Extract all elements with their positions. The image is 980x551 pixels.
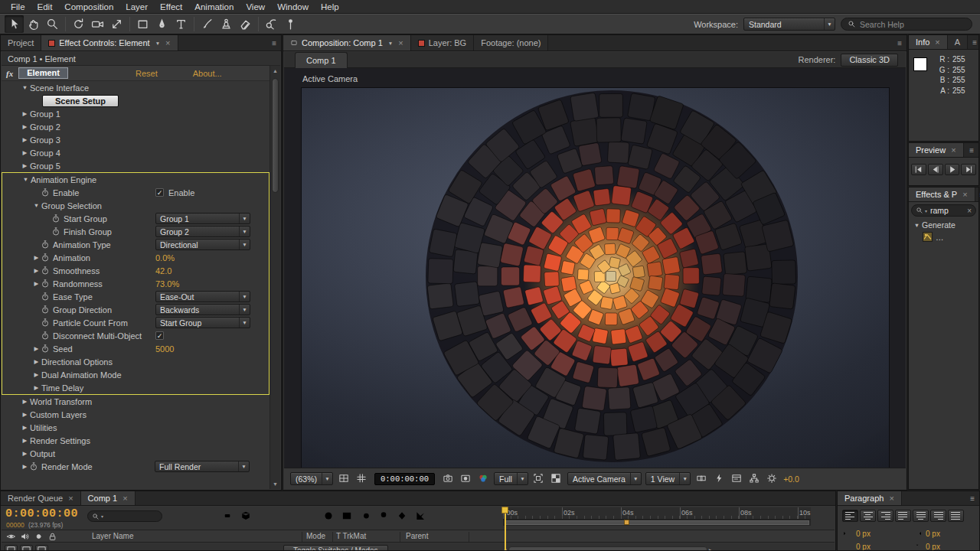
property-row[interactable]: ▶Randomness73.0%: [2, 277, 269, 290]
auto-keyframe-icon[interactable]: [397, 510, 409, 523]
clone-stamp-tool-icon[interactable]: [217, 15, 236, 33]
current-time-indicator[interactable]: [501, 507, 509, 550]
property-row[interactable]: ▶Directional Options: [2, 355, 269, 368]
twirl-closed-icon[interactable]: ▶: [31, 254, 41, 261]
twirl-closed-icon[interactable]: ▶: [20, 463, 30, 470]
property-row[interactable]: ▶Render ModeFull Render▼: [2, 460, 270, 473]
stopwatch-icon[interactable]: [41, 240, 53, 249]
tab-audio[interactable]: A: [948, 35, 968, 49]
effect-list-item[interactable]: …: [909, 231, 978, 243]
tab-render-queue[interactable]: Render Queue ×: [1, 491, 81, 505]
tab-layer[interactable]: Layer: BG: [411, 35, 475, 51]
twirl-closed-icon[interactable]: ▶: [31, 267, 41, 274]
lock-icon[interactable]: [47, 531, 58, 542]
pixel-aspect-icon[interactable]: [694, 472, 708, 486]
property-row[interactable]: ▶Smoothness42.0: [2, 264, 269, 277]
work-area-bar[interactable]: [503, 520, 811, 526]
transparency-grid-icon[interactable]: [550, 472, 564, 486]
tab-info[interactable]: Info ×: [909, 35, 948, 49]
property-row[interactable]: ▶Time Delay: [2, 381, 269, 394]
tab-project[interactable]: Project: [1, 35, 41, 51]
stopwatch-icon[interactable]: [52, 227, 64, 236]
toggle-switches-modes-button[interactable]: Toggle Switches / Modes: [283, 545, 388, 551]
frame-blend-icon[interactable]: [341, 510, 354, 523]
property-row[interactable]: ▶Dual Animation Mode: [2, 368, 269, 381]
close-icon[interactable]: ×: [951, 145, 956, 155]
view-layout-dropdown[interactable]: 1 View ▼: [645, 472, 691, 485]
resolution-dropdown[interactable]: Full ▼: [494, 472, 528, 485]
stopwatch-icon[interactable]: [41, 253, 53, 262]
exposure-value[interactable]: +0.0: [783, 474, 799, 484]
type-tool-icon[interactable]: [172, 15, 191, 33]
scene-setup-button[interactable]: Scene Setup: [42, 95, 119, 107]
effects-search-input[interactable]: ▾ ramp ×: [911, 204, 976, 217]
tab-comp-1[interactable]: Comp 1 ×: [81, 491, 136, 505]
property-checkbox[interactable]: ✓Enable: [155, 188, 194, 197]
comp-marker[interactable]: [624, 520, 629, 525]
property-row[interactable]: ▶Utilities: [2, 421, 270, 434]
property-value[interactable]: 5000: [155, 344, 174, 354]
reset-link[interactable]: Reset: [136, 69, 158, 78]
twirl-closed-icon[interactable]: ▶: [31, 384, 41, 391]
scrollbar-thumb[interactable]: [272, 78, 279, 193]
menu-composition[interactable]: Composition: [58, 0, 119, 14]
brainstorm-icon[interactable]: [378, 510, 390, 523]
twirl-closed-icon[interactable]: ▶: [31, 371, 41, 378]
property-checkbox[interactable]: ✓: [155, 331, 164, 340]
fx-icon[interactable]: fx: [6, 69, 13, 78]
tab-footage[interactable]: Footage: (none): [474, 35, 548, 51]
rotation-tool-icon[interactable]: [69, 15, 88, 33]
property-row[interactable]: ▶Render Settings: [2, 434, 270, 447]
menu-help[interactable]: Help: [315, 0, 345, 14]
play-button[interactable]: [945, 164, 960, 175]
time-ruler[interactable]: :00s02s04s06s08s10s: [503, 507, 811, 520]
stopwatch-icon[interactable]: [30, 461, 41, 471]
first-frame-button[interactable]: [911, 164, 926, 175]
property-row[interactable]: ▶Custom Layers: [2, 408, 270, 421]
camera-tool-icon[interactable]: [88, 15, 107, 33]
stopwatch-icon[interactable]: [52, 214, 64, 223]
expand-inout-icon[interactable]: [35, 545, 48, 551]
stopwatch-icon[interactable]: [41, 279, 53, 289]
twirl-closed-icon[interactable]: ▶: [20, 110, 30, 117]
property-row[interactable]: Animation TypeDirectional▼: [2, 238, 269, 251]
menu-layer[interactable]: Layer: [119, 0, 154, 14]
twirl-closed-icon[interactable]: ▶: [20, 398, 30, 405]
close-icon[interactable]: ×: [962, 190, 967, 199]
region-of-interest-icon[interactable]: [532, 472, 546, 486]
stopwatch-icon[interactable]: [41, 344, 53, 354]
property-row[interactable]: ▶Group 3: [2, 133, 270, 146]
stopwatch-icon[interactable]: [41, 292, 53, 302]
timeline-button-icon[interactable]: [730, 472, 743, 486]
twirl-closed-icon[interactable]: ▶: [31, 358, 41, 365]
twirl-closed-icon[interactable]: ▶: [20, 149, 30, 156]
previous-frame-button[interactable]: [928, 164, 943, 175]
work-area-region[interactable]: [505, 520, 809, 525]
tab-effects-presets[interactable]: Effects & P ×: [909, 187, 975, 201]
property-row[interactable]: Finish GroupGroup 2▼: [2, 225, 269, 238]
twirl-closed-icon[interactable]: ▶: [31, 280, 41, 287]
playhead-handle[interactable]: [501, 507, 508, 514]
property-row[interactable]: Particle Count FromStart Group▼: [2, 316, 269, 329]
first-line-indent-field[interactable]: 0 px: [843, 542, 871, 551]
panel-menu-icon[interactable]: ≡: [975, 187, 980, 201]
eye-icon[interactable]: [6, 531, 17, 542]
clear-search-icon[interactable]: ×: [967, 207, 972, 215]
indent-left-field[interactable]: 0 px: [843, 529, 871, 539]
graph-editor-icon[interactable]: [415, 510, 427, 523]
close-icon[interactable]: ×: [122, 494, 127, 503]
about-link[interactable]: About...: [193, 69, 222, 78]
selection-tool-icon[interactable]: [5, 15, 24, 33]
safe-zones-icon[interactable]: [337, 472, 351, 486]
justify-all-button[interactable]: [948, 510, 964, 522]
property-row[interactable]: ▶World Transform: [2, 395, 270, 408]
property-row[interactable]: ▶Seed5000: [2, 342, 269, 355]
twirl-closed-icon[interactable]: ▶: [20, 450, 30, 457]
twirl-open-icon[interactable]: ▼: [20, 84, 30, 91]
fast-previews-icon[interactable]: [712, 472, 726, 486]
workspace-dropdown[interactable]: Standard ▼: [743, 18, 835, 31]
pen-tool-icon[interactable]: [152, 15, 172, 33]
reset-exposure-icon[interactable]: [765, 472, 779, 486]
effect-name[interactable]: Element: [18, 67, 68, 79]
flowchart-button-icon[interactable]: [747, 472, 761, 486]
